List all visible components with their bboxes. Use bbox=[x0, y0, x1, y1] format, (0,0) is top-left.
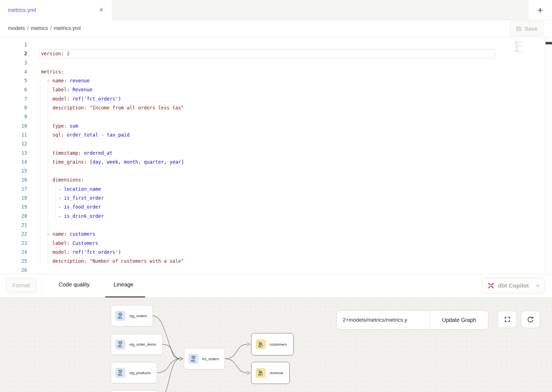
line-number: 6 bbox=[0, 85, 27, 94]
code-text: time_grains: [day, week, month, quarter,… bbox=[39, 157, 184, 166]
refresh-icon bbox=[527, 316, 534, 323]
line-number: 1 bbox=[0, 40, 27, 49]
lineage-selector-group: Update Graph bbox=[336, 310, 488, 329]
code-line-18[interactable]: 18 - is_first_order bbox=[0, 193, 504, 202]
code-lines: version: 2metrics: - name: revenue label… bbox=[514, 39, 531, 53]
model-badge: MDL bbox=[115, 311, 125, 321]
code-text: label: Revenue bbox=[39, 85, 92, 94]
tab-bar: metrics.yml ✕ + bbox=[0, 0, 552, 20]
save-icon bbox=[516, 26, 522, 32]
code-editor[interactable]: 12version: 234metrics:5 - name: revenue6… bbox=[0, 37, 552, 274]
tab-strip bbox=[112, 0, 528, 20]
model-badge: MDL bbox=[115, 368, 125, 378]
node-label: revenue bbox=[270, 371, 283, 375]
code-line-20[interactable]: 20 - is_drink_order bbox=[0, 212, 504, 221]
line-number: 11 bbox=[0, 130, 27, 139]
code-line-8[interactable]: 8 description: "Income from all orders l… bbox=[0, 103, 504, 112]
plus-icon: + bbox=[537, 6, 543, 14]
lineage-node-stg_products[interactable]: MDLstg_products bbox=[111, 362, 157, 383]
code-text: type: sum bbox=[39, 121, 78, 130]
dbt-copilot-button[interactable]: dbt Copilot bbox=[482, 278, 545, 294]
toolbar-divider bbox=[42, 274, 43, 298]
lineage-canvas[interactable]: MDLstg_ordersMDLstg_order_itemsMDLstg_pr… bbox=[0, 298, 552, 392]
code-line-2[interactable]: 2version: 2 bbox=[0, 49, 504, 58]
code-line-6[interactable]: 6 label: Revenue bbox=[0, 85, 504, 94]
line-number: 17 bbox=[0, 185, 27, 193]
code-line-17[interactable]: 17 - location_name bbox=[0, 185, 504, 193]
code-line-7[interactable]: 7 model: ref('fct_orders') bbox=[0, 94, 504, 103]
scrollbar-thumb[interactable] bbox=[546, 42, 552, 44]
code-text: version: 2 bbox=[39, 49, 69, 58]
code-line-1[interactable]: 1 bbox=[0, 40, 504, 49]
lineage-node-stg_orders[interactable]: MDLstg_orders bbox=[111, 305, 153, 326]
code-line-23[interactable]: 23 label: Customers bbox=[0, 239, 504, 248]
line-number: 9 bbox=[0, 112, 27, 121]
breadcrumb-item[interactable]: metrics bbox=[31, 25, 48, 31]
close-icon[interactable]: ✕ bbox=[99, 7, 104, 13]
code-line-10[interactable]: 10 type: sum bbox=[0, 121, 504, 130]
refresh-button[interactable] bbox=[521, 311, 540, 328]
code-text: sql: order_total - tax_paid bbox=[39, 130, 129, 139]
code-line-13[interactable]: 13 timestamp: ordered_at bbox=[0, 149, 504, 157]
lineage-node-customers[interactable]: METcustomers bbox=[251, 333, 294, 355]
fullscreen-button[interactable] bbox=[498, 311, 517, 328]
tab-lineage[interactable]: Lineage bbox=[114, 281, 133, 288]
code-line-26[interactable]: 26 bbox=[0, 266, 504, 274]
lineage-node-offscreen[interactable] bbox=[111, 390, 157, 392]
breadcrumb-separator: / bbox=[48, 25, 54, 31]
node-label: stg_order_items bbox=[129, 342, 156, 346]
code-line-16[interactable]: 16 dimensions: bbox=[0, 175, 504, 184]
save-label: Save bbox=[525, 26, 538, 32]
lineage-node-fct_orders[interactable]: MDLfct_orders bbox=[184, 348, 225, 369]
code-line-24[interactable]: 24 model: ref('fct_orders') bbox=[0, 248, 504, 257]
code-line-5[interactable]: 5 - name: revenue bbox=[0, 76, 504, 85]
format-button[interactable]: Format bbox=[6, 278, 37, 293]
tab-metrics-yml[interactable]: metrics.yml ✕ bbox=[0, 0, 112, 20]
code-line-11[interactable]: 11 sql: order_total - tax_paid bbox=[0, 130, 504, 139]
node-label: stg_products bbox=[129, 371, 151, 375]
node-label: customers bbox=[270, 342, 287, 346]
line-number: 18 bbox=[0, 193, 27, 202]
fullscreen-icon bbox=[504, 316, 511, 323]
lineage-node-revenue[interactable]: METrevenue bbox=[251, 362, 290, 384]
lineage-node-stg_order_items[interactable]: MDLstg_order_items bbox=[111, 334, 163, 355]
model-cube-icon bbox=[191, 355, 195, 359]
code-text: description: "Number of customers with a… bbox=[39, 257, 184, 266]
line-number: 26 bbox=[0, 266, 27, 274]
code-line-21[interactable]: 21 bbox=[0, 221, 504, 230]
line-number: 24 bbox=[0, 248, 27, 257]
code-line-9[interactable]: 9 bbox=[0, 112, 504, 121]
code-text: dimensions: bbox=[39, 175, 84, 184]
code-text: metrics: bbox=[39, 67, 64, 76]
tab-code-quality[interactable]: Code quality bbox=[59, 281, 90, 288]
update-graph-button[interactable]: Update Graph bbox=[430, 311, 488, 329]
code-line-3[interactable]: 3 bbox=[0, 58, 504, 67]
model-cube-icon bbox=[118, 312, 122, 316]
node-label: fct_orders bbox=[202, 357, 219, 361]
code-text: timestamp: ordered_at bbox=[39, 149, 112, 157]
code-text: - name: customers bbox=[39, 230, 95, 238]
breadcrumb-item[interactable]: metrics.yml bbox=[54, 25, 81, 31]
code-line-4[interactable]: 4metrics: bbox=[0, 67, 504, 76]
line-number: 5 bbox=[0, 76, 27, 85]
code-line-15[interactable]: 15 bbox=[0, 166, 504, 175]
code-line-22[interactable]: 22 - name: customers bbox=[0, 230, 504, 238]
breadcrumb-item[interactable]: models bbox=[8, 25, 25, 31]
code-text: - is_first_order bbox=[39, 193, 104, 202]
metric-chart-icon bbox=[259, 369, 263, 373]
code-line-19[interactable]: 19 - is_food_order bbox=[0, 202, 504, 211]
dbt-copilot-label: dbt Copilot bbox=[498, 282, 532, 289]
new-tab-button[interactable]: + bbox=[528, 0, 552, 20]
minimap[interactable]: version: 2metrics: - name: revenue label… bbox=[514, 39, 531, 65]
code-line-12[interactable]: 12 bbox=[0, 139, 504, 148]
save-button[interactable]: Save bbox=[510, 21, 543, 36]
dbt-copilot-icon bbox=[487, 282, 495, 289]
line-number: 3 bbox=[0, 58, 27, 67]
lineage-selector-input[interactable] bbox=[337, 311, 430, 329]
code-line-14[interactable]: 14 time_grains: [day, week, month, quart… bbox=[0, 157, 504, 166]
code-text: - name: revenue bbox=[39, 76, 90, 85]
code-line-25[interactable]: 25 description: "Number of customers wit… bbox=[0, 257, 504, 266]
file-header: models/metrics/metrics.yml Save bbox=[0, 20, 552, 37]
bottom-toolbar: Format Code quality Lineage dbt Copilot bbox=[0, 274, 552, 298]
line-number: 25 bbox=[0, 257, 27, 266]
